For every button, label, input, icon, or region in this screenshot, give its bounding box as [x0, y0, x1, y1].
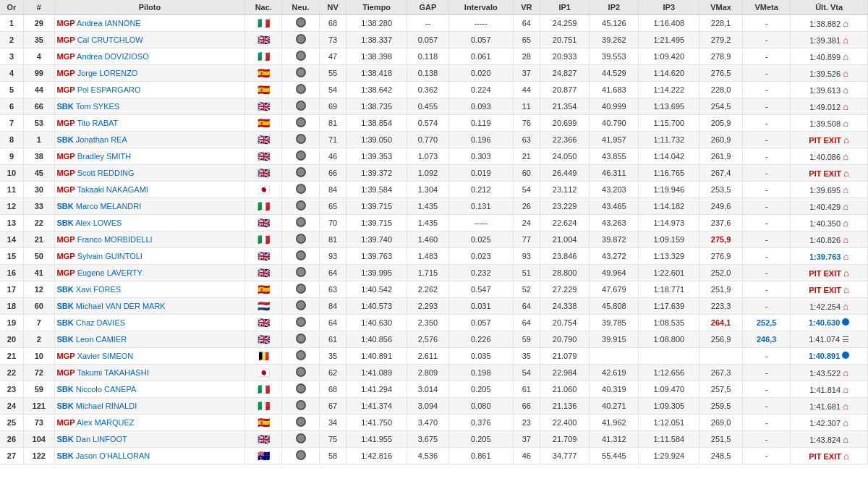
vmax: 251,9 [699, 281, 743, 298]
pilot-name-cell[interactable]: SBK Xavi FORES [54, 281, 245, 298]
category-badge: SBK [57, 451, 74, 460]
pilot-name-cell[interactable]: MGP Bradley SMITH [54, 148, 245, 165]
last-lap: 1:40.899 ⌂ [791, 48, 868, 65]
interval: 0.020 [448, 65, 513, 82]
pilot-link[interactable]: Eugene LAVERTY [77, 268, 142, 277]
nationality-flag: 🇯🇵 [245, 182, 282, 198]
table-row: 27122SBK Jason O'HALLORAN🇦🇺581:42.8164.5… [0, 448, 868, 464]
pilot-link[interactable]: Michael VAN DER MARK [76, 302, 166, 310]
table-row: 2359SBK Niccolo CANEPA🇮🇹681:41.2943.0140… [0, 381, 868, 398]
pilot-name-cell[interactable]: MGP Andrea IANNONE [54, 15, 245, 32]
vmeta: - [743, 231, 791, 248]
vmeta: - [743, 448, 791, 464]
pilot-name-cell[interactable]: MGP Cal CRUTCHLOW [54, 32, 245, 48]
pilot-name-cell[interactable]: SBK Marco MELANDRI [54, 198, 245, 215]
pilot-link[interactable]: Sylvain GUINTOLI [77, 252, 142, 260]
pilot-name-cell[interactable]: MGP Alex MARQUEZ [54, 415, 245, 431]
interval: 0.198 [448, 365, 513, 381]
category-badge: SBK [57, 302, 74, 310]
last-lap-value: 1:49.012 [809, 103, 841, 111]
ip2: 45.808 [590, 298, 639, 315]
pilot-link[interactable]: Niccolo CANEPA [76, 385, 137, 394]
pilot-name-cell[interactable]: SBK Niccolo CANEPA [54, 381, 245, 398]
nationality-flag: 🇮🇹 [245, 48, 282, 65]
pilot-name-cell[interactable]: MGP Takaaki NAKAGAMI [54, 182, 245, 198]
gap: 3.470 [407, 415, 448, 431]
pilot-name-cell[interactable]: MGP Eugene LAVERTY [54, 265, 245, 281]
pilot-link[interactable]: Michael RINALDI [76, 402, 137, 410]
pilot-link[interactable]: Jorge LORENZO [77, 69, 138, 77]
vmax: 257,5 [699, 381, 743, 398]
position: 26 [0, 431, 23, 448]
pilot-name-cell[interactable]: SBK Jonathan REA [54, 132, 245, 148]
num-laps: 62 [319, 365, 346, 381]
pilot-name-cell[interactable]: SBK Tom SYKES [54, 98, 245, 115]
vmeta: - [743, 32, 791, 48]
pilot-name-cell[interactable]: MGP Tito RABAT [54, 115, 245, 132]
pilot-link[interactable]: Dan LINFOOT [76, 435, 127, 443]
last-lap: 1:39.508 ⌂ [791, 115, 868, 132]
pilot-link[interactable]: Xavi FORES [76, 285, 121, 294]
ip3: 1:15.700 [639, 115, 699, 132]
ip1: 20.933 [540, 48, 590, 65]
pilot-link[interactable]: Pol ESPARGARO [77, 85, 141, 94]
pilot-name-cell[interactable]: MGP Pol ESPARGARO [54, 82, 245, 98]
nationality-flag: 🇳🇱 [245, 298, 282, 315]
pilot-link[interactable]: Andrea DOVIZIOSO [77, 52, 149, 61]
pilot-name-cell[interactable]: MGP Takumi TAKAHASHI [54, 365, 245, 381]
last-lap: 1:41.074 ☰ [791, 331, 868, 348]
pilot-name-cell[interactable]: SBK Leon CAMIER [54, 331, 245, 348]
pilot-link[interactable]: Jonathan REA [76, 135, 127, 144]
pilot-name-cell[interactable]: MGP Scott REDDING [54, 165, 245, 182]
vr: 64 [513, 298, 540, 315]
pilot-name-cell[interactable]: MGP Jorge LORENZO [54, 65, 245, 82]
time: 1:40.542 [346, 281, 407, 298]
pilot-link[interactable]: Alex MARQUEZ [77, 418, 134, 427]
ip1: 24.827 [540, 65, 590, 82]
pilot-link[interactable]: Bradley SMITH [77, 152, 132, 161]
pilot-name-cell[interactable]: MGP Sylvain GUINTOLI [54, 248, 245, 265]
pilot-link[interactable]: Marco MELANDRI [76, 202, 141, 211]
tyre-icon [282, 132, 320, 148]
home-icon: ⌂ [843, 51, 848, 62]
ip1: 20.751 [540, 32, 590, 48]
pilot-name-cell[interactable]: MGP Xavier SIMEON [54, 348, 245, 365]
pilot-link[interactable]: Tom SYKES [76, 102, 120, 111]
vmax: 264,1 [699, 315, 743, 331]
position: 3 [0, 48, 23, 65]
pilot-link[interactable]: Cal CRUTCHLOW [77, 35, 143, 44]
vmax: 259,5 [699, 398, 743, 415]
pilot-link[interactable]: Andrea IANNONE [77, 19, 141, 27]
home-icon: ⌂ [843, 101, 848, 112]
vmeta: - [743, 431, 791, 448]
pilot-link[interactable]: Franco MORBIDELLI [77, 235, 153, 244]
position: 5 [0, 82, 23, 98]
tyre-icon [282, 98, 320, 115]
pilot-link[interactable]: Scott REDDING [77, 169, 135, 177]
pilot-name-cell[interactable]: SBK Michael RINALDI [54, 398, 245, 415]
number: 45 [23, 165, 54, 182]
pilot-link[interactable]: Takaaki NAKAGAMI [77, 185, 148, 194]
home-icon: ⌂ [843, 18, 848, 29]
pilot-name-cell[interactable]: MGP Andrea DOVIZIOSO [54, 48, 245, 65]
last-lap: 1:39.381 ⌂ [791, 32, 868, 48]
pilot-name-cell[interactable]: SBK Jason O'HALLORAN [54, 448, 245, 464]
pilot-name-cell[interactable]: SBK Michael VAN DER MARK [54, 298, 245, 315]
num-laps: 84 [319, 298, 346, 315]
pilot-link[interactable]: Xavier SIMEON [77, 352, 134, 360]
vmeta: - [743, 165, 791, 182]
vmeta: - [743, 365, 791, 381]
pilot-link[interactable]: Takumi TAKAHASHI [77, 368, 148, 377]
pilot-link[interactable]: Tito RABAT [77, 119, 118, 127]
pilot-name-cell[interactable]: MGP Franco MORBIDELLI [54, 231, 245, 248]
pilot-link[interactable]: Jason O'HALLORAN [76, 451, 150, 460]
pilot-link[interactable]: Leon CAMIER [76, 335, 127, 344]
pilot-link[interactable]: Alex LOWES [75, 218, 122, 227]
pilot-name-cell[interactable]: SBK Alex LOWES [54, 215, 245, 231]
vmax: 279,2 [699, 32, 743, 48]
pilot-name-cell[interactable]: SBK Chaz DAVIES [54, 315, 245, 331]
pilot-link[interactable]: Chaz DAVIES [76, 318, 125, 327]
pilot-name-cell[interactable]: SBK Dan LINFOOT [54, 431, 245, 448]
table-row: 235MGP Cal CRUTCHLOW🇬🇧731:38.3370.0570.0… [0, 32, 868, 48]
vr: 24 [513, 215, 540, 231]
